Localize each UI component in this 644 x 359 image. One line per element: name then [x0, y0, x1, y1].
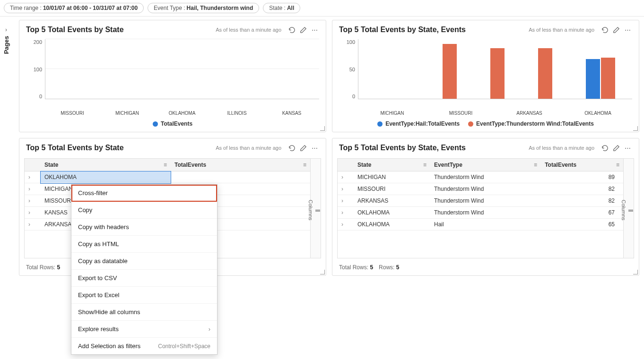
edit-icon[interactable] — [298, 25, 308, 34]
column-menu-icon[interactable]: ≡ — [303, 162, 306, 168]
filter-bar: Time range : 10/01/07 at 06:00 - 10/31/0… — [0, 0, 644, 17]
column-menu-icon[interactable]: ≡ — [616, 162, 619, 168]
resize-handle[interactable] — [320, 270, 325, 274]
refresh-icon[interactable] — [287, 143, 296, 153]
more-icon[interactable]: ⋯ — [310, 25, 319, 34]
context-menu-item[interactable]: Copy — [71, 202, 217, 219]
table-row[interactable]: ›ARKANSASThunderstorm Wind82 — [338, 195, 623, 207]
context-menu-item[interactable]: Cross-filter — [71, 185, 217, 202]
chart-legend: TotalEvents — [26, 120, 319, 127]
expand-icon[interactable]: › — [341, 197, 347, 204]
columns-toggle[interactable]: ||| Columns — [310, 159, 321, 258]
table-row[interactable]: ›OKLAHOMAThunderstorm Wind67 — [338, 207, 623, 219]
filter-value: 10/01/07 at 06:00 - 10/31/07 at 07:00 — [43, 5, 138, 11]
column-header[interactable]: TotalEvents≡ — [541, 159, 623, 171]
context-menu-item[interactable]: Copy with headers — [71, 219, 217, 236]
refresh-icon[interactable] — [600, 143, 609, 153]
chart-bar[interactable] — [490, 48, 505, 99]
filter-time-range[interactable]: Time range : 10/01/07 at 06:00 - 10/31/0… — [4, 3, 144, 13]
column-header[interactable]: TotalEvents≡ — [171, 159, 310, 171]
legend-item-thunderstorm[interactable]: EventType:Thunderstorm Wind:TotalEvents — [468, 120, 594, 127]
tile-title: Top 5 Total Events by State, Events — [339, 144, 529, 152]
context-menu: Cross-filterCopyCopy with headersCopy as… — [71, 184, 218, 355]
column-header[interactable]: State≡ — [41, 159, 171, 171]
filter-value: All — [287, 5, 294, 11]
x-label: OKLAHOMA — [155, 111, 209, 116]
x-label: ILLINOIS — [209, 111, 264, 116]
context-menu-item[interactable]: Add Selection as filtersControl+Shift+Sp… — [71, 338, 217, 354]
column-header[interactable]: State≡ — [354, 159, 430, 171]
expand-icon[interactable]: › — [341, 221, 347, 228]
legend-dot-icon — [377, 121, 383, 127]
pages-label: Pages — [3, 36, 10, 54]
pages-panel-toggle[interactable]: › Pages — [0, 19, 12, 61]
more-icon[interactable]: ⋯ — [310, 143, 319, 153]
tile-title: Top 5 Total Events by State — [26, 26, 216, 34]
refresh-icon[interactable] — [287, 25, 296, 34]
context-menu-item[interactable]: Export to CSV — [71, 270, 217, 287]
edit-icon[interactable] — [611, 25, 621, 34]
edit-icon[interactable] — [611, 143, 621, 153]
chart-bar[interactable] — [601, 58, 615, 99]
expand-icon[interactable]: › — [341, 174, 347, 180]
expand-icon[interactable]: › — [28, 174, 34, 180]
context-menu-item[interactable]: Explore results› — [71, 321, 217, 338]
columns-toggle[interactable]: ||| Columns — [623, 159, 634, 258]
table-row[interactable]: ›OKLAHOMA — [25, 171, 310, 183]
x-label: MICHIGAN — [358, 111, 426, 116]
filter-state[interactable]: State : All — [263, 3, 300, 13]
column-menu-icon[interactable]: ≡ — [164, 162, 167, 168]
expand-icon[interactable]: › — [341, 209, 347, 216]
table-row[interactable]: ›OKLAHOMAHail65 — [338, 219, 623, 231]
legend-item[interactable]: TotalEvents — [153, 120, 192, 127]
chart-x-labels: MICHIGANMISSOURIARKANSASOKLAHOMA — [339, 111, 632, 116]
more-icon[interactable]: ⋯ — [623, 143, 632, 153]
tile-header: Top 5 Total Events by State As of less t… — [19, 138, 326, 155]
tile-table-by-state-events: Top 5 Total Events by State, Events As o… — [332, 138, 639, 276]
expand-icon[interactable]: › — [28, 209, 34, 216]
table-row[interactable]: ›MISSOURIThunderstorm Wind82 — [338, 183, 623, 195]
filter-event-type[interactable]: Event Type : Hail, Thunderstorm wind — [148, 3, 259, 13]
columns-label: Columns — [308, 200, 313, 220]
filter-label: Time range : — [10, 5, 42, 11]
table-row[interactable]: ›MICHIGANThunderstorm Wind89 — [338, 171, 623, 183]
x-label: KANSAS — [264, 111, 319, 116]
chart-bar[interactable] — [538, 48, 552, 99]
filter-value: Hail, Thunderstorm wind — [187, 5, 253, 11]
chart-bar[interactable] — [586, 59, 600, 99]
context-menu-item[interactable]: Copy as HTML — [71, 236, 217, 253]
column-menu-icon[interactable]: ≡ — [534, 162, 537, 168]
legend-label: TotalEvents — [161, 120, 192, 127]
refresh-icon[interactable] — [600, 25, 609, 34]
expand-icon[interactable]: › — [28, 186, 34, 192]
chart-area: 100 50 0 MICHIGANMISSOURIARKANSASOKLAHOM… — [332, 37, 639, 132]
tile-header: Top 5 Total Events by State, Events As o… — [332, 20, 639, 37]
x-label: MICHIGAN — [100, 111, 155, 116]
legend-item-hail[interactable]: EventType:Hail:TotalEvents — [377, 120, 460, 127]
tile-timestamp: As of less than a minute ago — [216, 145, 281, 151]
expand-icon[interactable]: › — [28, 197, 34, 204]
expand-icon[interactable]: › — [341, 186, 347, 192]
tile-header: Top 5 Total Events by State As of less t… — [19, 20, 326, 37]
resize-handle[interactable] — [320, 126, 325, 131]
expand-icon[interactable]: › — [28, 221, 34, 228]
column-header[interactable]: EventType≡ — [430, 159, 541, 171]
context-menu-item[interactable]: Export to Excel — [71, 287, 217, 304]
context-menu-item[interactable]: Copy as datatable — [71, 253, 217, 270]
chart-bar[interactable] — [443, 44, 457, 99]
column-menu-icon[interactable]: ≡ — [423, 162, 426, 168]
chart-area: 200 100 0 MISSOURIMICHIGANOKLAHOMAILLINO… — [19, 37, 326, 132]
x-label: OKLAHOMA — [564, 111, 632, 116]
columns-label: Columns — [621, 200, 627, 220]
more-icon[interactable]: ⋯ — [623, 25, 632, 34]
edit-icon[interactable] — [298, 143, 308, 153]
resize-handle[interactable] — [633, 270, 638, 274]
table-wrap: State≡EventType≡TotalEvents≡ ›MICHIGANTh… — [337, 158, 634, 258]
context-menu-item[interactable]: Show/Hide all columns — [71, 304, 217, 321]
table[interactable]: State≡EventType≡TotalEvents≡ ›MICHIGANTh… — [338, 159, 623, 258]
tile-header: Top 5 Total Events by State, Events As o… — [332, 138, 639, 155]
resize-handle[interactable] — [633, 126, 638, 131]
chart-legend: EventType:Hail:TotalEvents EventType:Thu… — [339, 120, 632, 127]
chevron-right-icon: › — [209, 325, 210, 333]
columns-icon: ||| — [315, 209, 321, 212]
